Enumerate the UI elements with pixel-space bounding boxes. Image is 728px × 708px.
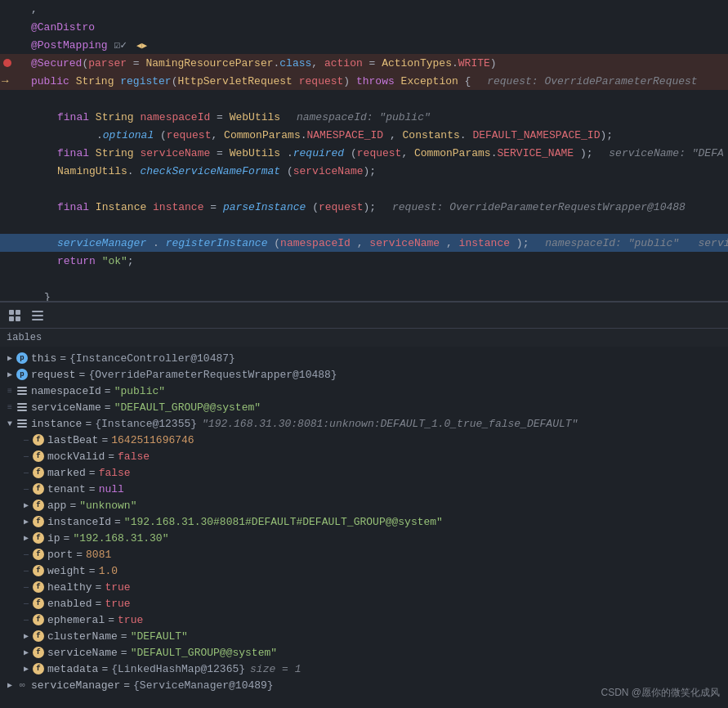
var-weight[interactable]: — f weight = 1.0 — [0, 562, 728, 579]
var-clustername[interactable]: ▶ f clusterName = "DEFAULT" — [0, 628, 728, 644]
var-servicename-child[interactable]: ▶ f serviceName = "DEFAULT_GROUP@@system… — [0, 644, 728, 661]
code-line — [0, 180, 728, 198]
code-line: , — [0, 0, 728, 18]
var-type-icon: f — [33, 581, 44, 593]
toggle-icon: ▶ — [3, 680, 16, 690]
toggle-icon: ▶ — [20, 517, 33, 527]
toggle-icon: ▶ — [20, 500, 33, 510]
var-ip[interactable]: ▶ f ip = "192.168.31.30" — [0, 530, 728, 546]
svg-rect-9 — [17, 393, 27, 395]
code-text: serviceManager . registerInstance (names… — [25, 237, 728, 249]
var-namespaceid[interactable]: ≡ namespaceId = "public" — [0, 383, 728, 399]
var-lastbeat[interactable]: — f lastBeat = 1642511696746 — [0, 432, 728, 448]
code-text — [25, 219, 728, 231]
svg-rect-11 — [17, 406, 27, 408]
var-type-icon: f — [33, 598, 44, 609]
code-text — [25, 93, 728, 105]
var-name: metadata — [47, 663, 98, 675]
toggle-icon: — — [20, 599, 33, 608]
var-servicename[interactable]: ≡ serviceName = "DEFAULT_GROUP@@system" — [0, 399, 728, 415]
var-value: {InstanceController@10487} — [69, 352, 235, 365]
var-value: "public" — [114, 385, 165, 397]
code-line: final Instance instance = parseInstance … — [0, 198, 728, 216]
toggle-icon: — — [20, 468, 33, 477]
code-line-method: → public String register(HttpServletRequ… — [0, 72, 728, 90]
var-ephemeral[interactable]: — f ephemeral = true — [0, 612, 728, 628]
var-value: {ServiceManager@10489} — [133, 679, 274, 692]
var-type-icon: f — [33, 663, 44, 674]
var-name: this — [31, 352, 56, 365]
svg-rect-6 — [32, 319, 43, 320]
list-view-button[interactable] — [29, 307, 46, 324]
code-line: .optional (request, CommonParams.NAMESPA… — [0, 126, 728, 144]
code-line — [0, 90, 728, 108]
var-type-icon: f — [33, 467, 44, 478]
var-hint: size = 1 — [250, 663, 301, 675]
svg-rect-10 — [17, 403, 27, 405]
var-name: enabled — [47, 598, 92, 610]
var-tenant[interactable]: — f tenant = null — [0, 481, 728, 497]
var-type-icon: f — [33, 647, 44, 658]
code-text: NamingUtils. checkServiceNameFormat (ser… — [25, 165, 728, 177]
var-healthy[interactable]: — f healthy = true — [0, 579, 728, 595]
toggle-icon: — — [20, 616, 33, 625]
var-value: "192.168.31.30#8081#DEFAULT#DEFAULT_GROU… — [124, 516, 443, 528]
toggle-icon: ▶ — [3, 353, 16, 363]
code-line: @CanDistro — [0, 18, 728, 36]
code-line: NamingUtils. checkServiceNameFormat (ser… — [0, 162, 728, 180]
code-line: final String namespaceId = WebUtils name… — [0, 108, 728, 126]
var-value: 8081 — [86, 549, 111, 561]
var-this[interactable]: ▶ p this = {InstanceController@10487} — [0, 350, 728, 366]
var-metadata[interactable]: ▶ f metadata = {LinkedHashMap@12365} siz… — [0, 661, 728, 677]
code-text: , — [25, 3, 728, 16]
var-name: ephemeral — [47, 614, 105, 626]
var-value: 1642511696746 — [111, 434, 194, 446]
var-name: lastBeat — [47, 434, 98, 446]
var-name: tenant — [47, 483, 86, 495]
var-value: 1.0 — [99, 565, 118, 577]
code-line — [0, 270, 728, 288]
code-text: @Secured(parser = NamingResourceParser.c… — [25, 57, 728, 69]
code-text: final String serviceName = WebUtils .req… — [25, 147, 728, 159]
var-hint: "192.168.31.30:8081:unknown:DEFAULT_1.0_… — [202, 418, 578, 430]
grid-view-button[interactable] — [7, 307, 23, 324]
svg-rect-8 — [17, 390, 27, 392]
var-name: mockValid — [47, 450, 105, 463]
var-type-icon: f — [33, 500, 44, 511]
var-name: port — [47, 549, 73, 561]
svg-rect-1 — [16, 310, 20, 315]
var-value: false — [99, 467, 131, 479]
var-name: serviceName — [31, 401, 101, 414]
code-text: .optional (request, CommonParams.NAMESPA… — [25, 129, 728, 141]
var-instanceid[interactable]: ▶ f instanceId = "192.168.31.30#8081#DEF… — [0, 513, 728, 530]
var-type-icon: f — [33, 483, 44, 495]
var-request[interactable]: ▶ p request = {OverrideParameterRequestW… — [0, 366, 728, 383]
toggle-icon: ▶ — [20, 631, 33, 641]
var-instance[interactable]: ▼ instance = {Instance@12355} "192.168.3… — [0, 415, 728, 432]
var-type-icon — [16, 385, 28, 397]
toggle-icon: ≡ — [3, 387, 16, 396]
svg-rect-5 — [32, 315, 43, 316]
code-line — [0, 216, 728, 234]
var-marked[interactable]: — f marked = false — [0, 464, 728, 481]
code-line: @PostMapping ☑✓ ◀▶ — [0, 36, 728, 54]
var-app[interactable]: ▶ f app = "unknown" — [0, 497, 728, 513]
toggle-icon: — — [20, 452, 33, 461]
var-servicemanager[interactable]: ▶ ∞ serviceManager = {ServiceManager@104… — [0, 677, 728, 693]
var-name: serviceManager — [31, 679, 120, 692]
toggle-icon: ▶ — [20, 533, 33, 543]
var-type-icon: f — [33, 532, 44, 544]
code-line: final String serviceName = WebUtils .req… — [0, 144, 728, 162]
var-mockvalid[interactable]: — f mockValid = false — [0, 448, 728, 464]
var-port[interactable]: — f port = 8081 — [0, 546, 728, 562]
var-value: "DEFAULT" — [131, 630, 188, 643]
code-line: } — [0, 288, 728, 302]
code-text: final Instance instance = parseInstance … — [25, 201, 728, 213]
code-line: return "ok"; — [0, 252, 728, 270]
var-value: true — [118, 614, 143, 626]
code-text: final String namespaceId = WebUtils name… — [25, 111, 728, 123]
var-value: true — [105, 598, 130, 610]
var-enabled[interactable]: — f enabled = true — [0, 595, 728, 612]
code-text: return "ok"; — [25, 255, 728, 267]
var-type-icon — [16, 418, 28, 429]
